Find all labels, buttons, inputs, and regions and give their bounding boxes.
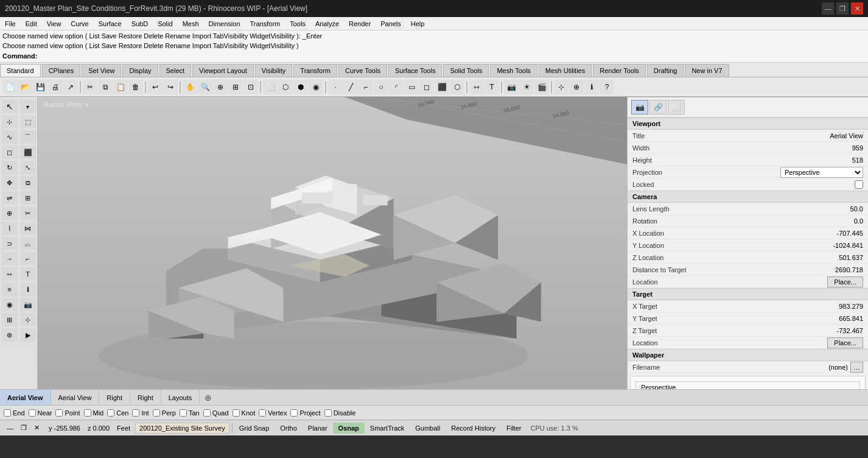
menu-view[interactable]: View (42, 19, 66, 29)
osnap-project-checkbox[interactable] (290, 409, 298, 417)
osnap-tan-checkbox[interactable] (180, 409, 187, 417)
tab-new-in-v7[interactable]: New in V7 (685, 64, 729, 77)
menu-render[interactable]: Render (344, 19, 376, 29)
status-layer[interactable]: 200120_Existing Site Survey (135, 423, 229, 434)
osnap-int[interactable]: Int (132, 409, 149, 417)
boolean-lt-icon[interactable]: ⊕ (2, 206, 18, 220)
status-win-close[interactable]: ✕ (31, 422, 43, 434)
offset-lt-icon[interactable]: ⊃ (2, 237, 18, 250)
extend-lt-icon[interactable]: → (2, 252, 18, 266)
projection-select[interactable]: Perspective Parallel Two-Point Perspecti… (780, 167, 863, 178)
vp-tab-aerial-view-1[interactable]: Aerial View (0, 390, 51, 405)
status-smarttrack[interactable]: SmartTrack (365, 423, 410, 434)
chamfer-lt-icon[interactable]: ⌐ (20, 252, 36, 266)
scale-lt-icon[interactable]: ⤡ (20, 161, 36, 174)
menu-transform[interactable]: Transform (245, 19, 285, 29)
osnap-int-checkbox[interactable] (132, 409, 139, 417)
osnap-mid-checkbox[interactable] (84, 409, 91, 417)
zoom-extents-icon[interactable]: ⊡ (243, 80, 258, 94)
zoom-all-icon[interactable]: ⊞ (228, 80, 243, 94)
osnap-end-checkbox[interactable] (4, 409, 11, 417)
array-lt-icon[interactable]: ⊞ (20, 191, 36, 205)
print-icon[interactable]: 🖨 (48, 80, 63, 94)
properties-lt-icon[interactable]: ℹ (20, 283, 36, 296)
menu-help[interactable]: Help (406, 19, 430, 29)
curve2-lt-icon[interactable]: ⌒ (20, 130, 36, 144)
vp-tab-add-button[interactable]: ⊕ (200, 391, 217, 404)
line-icon[interactable]: ╱ (343, 80, 358, 94)
osnap-perp[interactable]: Perp (153, 409, 176, 417)
viewport-name[interactable]: Aerial View (44, 100, 83, 109)
tab-curve-tools[interactable]: Curve Tools (338, 64, 387, 77)
copy-lt-icon[interactable]: ⧉ (20, 176, 36, 189)
point-select-icon[interactable]: ⊹ (2, 115, 18, 129)
prop-locked-checkbox[interactable] (855, 180, 863, 189)
help-toolbar-icon[interactable]: ? (600, 80, 614, 94)
zoom-in-icon[interactable]: 🔍 (198, 80, 212, 94)
menu-edit[interactable]: Edit (21, 19, 42, 29)
subtab-square[interactable]: ⬜ (668, 100, 685, 114)
tab-select[interactable]: Select (159, 64, 192, 77)
osnap-knot-checkbox[interactable] (233, 409, 240, 417)
cam-place-button[interactable]: Place... (827, 277, 863, 287)
dimension-lt-icon[interactable]: ⇿ (2, 267, 18, 281)
osnap-cen-checkbox[interactable] (107, 409, 114, 417)
restore-button[interactable]: ❐ (836, 2, 849, 15)
osnap-knot[interactable]: Knot (233, 409, 256, 417)
save-icon[interactable]: 💾 (33, 80, 47, 94)
status-planar[interactable]: Planar (303, 423, 333, 434)
wireframe-icon[interactable]: ⬡ (278, 80, 293, 94)
osnap-perp-checkbox[interactable] (153, 409, 160, 417)
tgt-place-button[interactable]: Place... (827, 337, 863, 348)
status-ortho[interactable]: Ortho (275, 423, 303, 434)
status-record-history[interactable]: Record History (446, 423, 501, 434)
viewport-dropdown-arrow[interactable]: ▾ (85, 102, 88, 108)
tab-solid-tools[interactable]: Solid Tools (443, 64, 489, 77)
shaded-icon[interactable]: ⬢ (293, 80, 308, 94)
trim-lt-icon[interactable]: ✂ (20, 206, 36, 220)
osnap-mid[interactable]: Mid (84, 409, 104, 417)
menu-subd[interactable]: SubD (127, 19, 153, 29)
tab-transform[interactable]: Transform (293, 64, 337, 77)
osnap-end[interactable]: End (4, 409, 25, 417)
tab-visibility[interactable]: Visibility (255, 64, 293, 77)
cut-icon[interactable]: ✂ (83, 80, 97, 94)
copy-icon[interactable]: ⧉ (98, 80, 113, 94)
polyline-icon[interactable]: ⌐ (359, 80, 373, 94)
scene-canvas[interactable]: 24,560 24,690 25,000 15,000 (38, 97, 627, 389)
redo-icon[interactable]: ↪ (163, 80, 178, 94)
analyze-lt-icon[interactable]: ⊛ (2, 328, 18, 342)
text-lt-icon[interactable]: T (20, 267, 36, 281)
snap-icon[interactable]: ⊹ (554, 80, 569, 94)
curve-tools-lt-icon[interactable]: ∿ (2, 130, 18, 144)
osnap-vertex[interactable]: Vertex (259, 409, 287, 417)
export-icon[interactable]: ↗ (63, 80, 78, 94)
snap-lt-icon[interactable]: ⊹ (20, 313, 36, 326)
status-grid-snap[interactable]: Grid Snap (234, 423, 275, 434)
camera-icon[interactable]: 📷 (504, 80, 519, 94)
dimension-icon[interactable]: ⇿ (469, 80, 484, 94)
delete-icon[interactable]: 🗑 (128, 80, 143, 94)
select-tool-icon[interactable]: ↖ (2, 100, 18, 113)
gumball-icon[interactable]: ⊕ (569, 80, 584, 94)
osnap-near[interactable]: Near (29, 409, 52, 417)
subtab-camera[interactable]: 📷 (631, 100, 648, 114)
osnap-cen[interactable]: Cen (107, 409, 128, 417)
subtab-link[interactable]: 🔗 (649, 100, 667, 114)
extrude-icon[interactable]: ⬛ (435, 80, 449, 94)
osnap-disable[interactable]: Disable (324, 409, 356, 417)
paste-icon[interactable]: 📋 (113, 80, 128, 94)
render-preview-icon[interactable]: ◉ (309, 80, 323, 94)
filename-ellipsis-button[interactable]: … (850, 362, 863, 373)
open-file-icon[interactable]: 📂 (18, 80, 32, 94)
tab-render-tools[interactable]: Render Tools (593, 64, 646, 77)
surface-lt-icon[interactable]: ◻ (2, 146, 18, 159)
tab-cplanes[interactable]: CPlanes (42, 64, 81, 77)
vp-tab-right-2[interactable]: Right (130, 390, 161, 405)
close-button[interactable]: ✕ (851, 2, 863, 15)
render-lt-icon[interactable]: ◉ (2, 298, 18, 311)
point-icon[interactable]: · (328, 80, 343, 94)
mirror-lt-icon[interactable]: ⇌ (2, 191, 18, 205)
solid-lt-icon[interactable]: ⬛ (20, 146, 36, 159)
status-gumball[interactable]: Gumball (410, 423, 446, 434)
